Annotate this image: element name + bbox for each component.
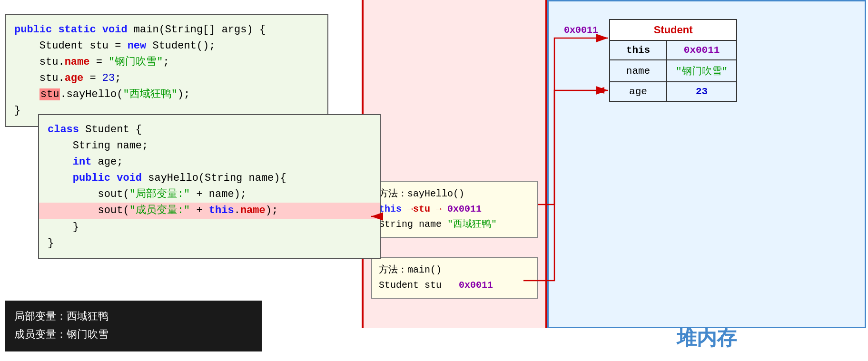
class-line-3: int age; bbox=[48, 154, 371, 170]
frame-main-stu: Student stu 0x0011 bbox=[379, 278, 530, 293]
class-line-5: sout("局部变量:" + name); bbox=[48, 186, 371, 203]
code-line-4: stu.age = 23; bbox=[14, 70, 319, 87]
field-this-value: 0x0011 bbox=[667, 40, 737, 60]
class-line-6: sout("成员变量:" + this.name); bbox=[39, 203, 380, 219]
code-line-5: stu.sayHello("西域狂鸭"); bbox=[14, 87, 319, 103]
heap-label: 堆内存 bbox=[547, 325, 866, 351]
main-code-panel: public static void main(String[] args) {… bbox=[5, 14, 328, 127]
student-object-table: Student this 0x0011 name "钢门吹雪" age 23 bbox=[609, 19, 737, 102]
frame-sayhello-this: this →stu → 0x0011 bbox=[379, 202, 530, 217]
field-age-label: age bbox=[610, 82, 667, 101]
student-age-row: age 23 bbox=[610, 82, 737, 101]
class-code-panel: class Student { String name; int age; pu… bbox=[38, 114, 381, 259]
class-line-8: } bbox=[48, 235, 371, 252]
code-line-1: public static void main(String[] args) { bbox=[14, 22, 319, 38]
output-line-2: 成员变量：钢门吹雪 bbox=[14, 326, 252, 344]
code-line-3: stu.name = "钢门吹雪"; bbox=[14, 54, 319, 70]
class-line-2: String name; bbox=[48, 138, 371, 154]
frame-sayhello-method: 方法：sayHello() bbox=[379, 186, 530, 202]
class-line-1: class Student { bbox=[48, 122, 371, 138]
frame-sayhello-name: String name "西域狂鸭" bbox=[379, 217, 530, 232]
field-name-value: "钢门吹雪" bbox=[667, 60, 737, 82]
student-title: Student bbox=[610, 20, 737, 40]
output-panel: 局部变量：西域狂鸭 成员变量：钢门吹雪 bbox=[5, 301, 262, 351]
class-line-4: public void sayHello(String name){ bbox=[48, 170, 371, 186]
stack-frame-sayhello: 方法：sayHello() this →stu → 0x0011 String … bbox=[371, 181, 538, 238]
field-age-value: 23 bbox=[667, 82, 737, 101]
frame-main-method: 方法：main() bbox=[379, 263, 530, 278]
student-name-row: name "钢门吹雪" bbox=[610, 60, 737, 82]
student-header-row: Student bbox=[610, 20, 737, 40]
class-line-7: } bbox=[48, 219, 371, 235]
output-line-1: 局部变量：西域狂鸭 bbox=[14, 308, 252, 326]
field-name-label: name bbox=[610, 60, 667, 82]
stack-frame-main: 方法：main() Student stu 0x0011 bbox=[371, 257, 538, 299]
student-this-row: this 0x0011 bbox=[610, 40, 737, 60]
heap-address-label: 0x0011 bbox=[564, 25, 598, 36]
code-line-2: Student stu = new Student(); bbox=[14, 38, 319, 54]
field-this-label: this bbox=[610, 40, 667, 60]
